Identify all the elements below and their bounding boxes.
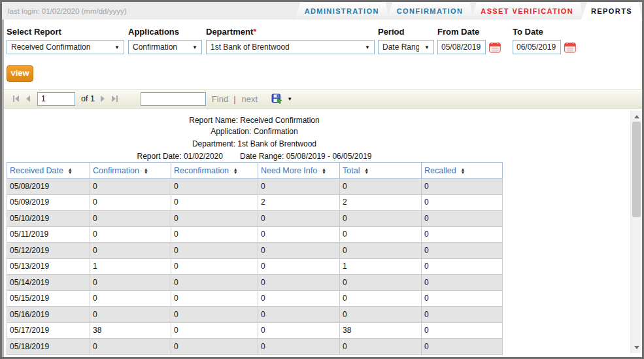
column-header-recalled[interactable]: Recalled▲▼ <box>422 163 503 179</box>
left-accent-strip <box>2 20 4 357</box>
table-cell: 0 <box>340 275 422 291</box>
department-label: Department* <box>206 27 375 37</box>
from-date-input[interactable] <box>437 40 486 54</box>
column-header-need-more-info[interactable]: Need More Info▲▼ <box>258 163 340 179</box>
column-header-received-date[interactable]: Received Date▲▼ <box>7 163 90 179</box>
period-dropdown[interactable]: Date Range ▼ <box>378 40 434 54</box>
table-cell: 0 <box>340 211 422 227</box>
table-cell: 0 <box>258 211 340 227</box>
table-cell: 0 <box>258 290 340 307</box>
table-cell: 0 <box>90 307 171 323</box>
applications-group: Applications Confirmation ▼ <box>128 27 202 54</box>
table-row: 05/10/201900000 <box>7 211 503 227</box>
tab-reports[interactable]: REPORTS <box>581 2 642 20</box>
report-viewport: Report Name: Received Confirmation Appli… <box>4 109 630 357</box>
table-row: 05/14/201900000 <box>7 275 503 291</box>
table-row: 05/18/201900000 <box>7 339 503 355</box>
table-cell: 2 <box>340 194 422 211</box>
applications-label: Applications <box>128 27 202 37</box>
report-table-body: 05/08/20190000005/09/20190022005/10/2019… <box>7 179 503 355</box>
tab-confirmation[interactable]: CONFIRMATION <box>387 2 473 20</box>
table-cell: 0 <box>171 194 258 211</box>
table-cell: 0 <box>90 226 171 243</box>
table-cell: 05/15/2019 <box>7 290 90 307</box>
vertical-scrollbar[interactable] <box>630 111 641 353</box>
report-date-text: Report Date: 01/02/2020 <box>137 152 223 161</box>
table-cell: 0 <box>90 275 171 291</box>
table-cell: 0 <box>258 243 340 259</box>
from-date-label: From Date <box>437 27 501 37</box>
column-header-confirmation[interactable]: Confirmation▲▼ <box>90 163 171 179</box>
table-cell: 0 <box>171 290 258 307</box>
sort-icon: ▲▼ <box>233 167 237 174</box>
dropdown-arrow-icon: ▼ <box>114 44 120 50</box>
table-cell: 0 <box>258 307 340 323</box>
find-link[interactable]: Find <box>212 94 228 104</box>
report-date-line: Report Date: 01/02/2020Date Range: 05/08… <box>7 150 502 163</box>
select-report-value: Received Confirmation <box>11 43 109 52</box>
find-text-input[interactable] <box>141 92 206 106</box>
tab-administration[interactable]: ADMINISTRATION <box>295 2 389 20</box>
column-header-reconfirmation[interactable]: Reconfirmation▲▼ <box>171 163 258 179</box>
table-cell: 05/11/2019 <box>7 226 90 243</box>
period-group: Period Date Range ▼ <box>378 27 434 54</box>
period-value: Date Range <box>382 43 419 52</box>
table-cell: 05/17/2019 <box>7 322 90 339</box>
table-cell: 38 <box>340 322 422 339</box>
to-date-calendar-icon[interactable] <box>564 42 576 53</box>
page-number-input[interactable] <box>37 92 75 106</box>
find-next-link[interactable]: next <box>242 94 258 104</box>
table-cell: 0 <box>171 322 258 339</box>
table-cell: 0 <box>258 322 340 339</box>
table-cell: 0 <box>340 179 422 195</box>
find-next-separator: | <box>233 94 235 104</box>
last-page-icon <box>112 95 116 102</box>
table-cell: 0 <box>340 226 422 243</box>
first-page-button[interactable] <box>13 95 19 102</box>
from-date-calendar-icon[interactable] <box>489 42 501 53</box>
select-report-group: Select Report Received Confirmation ▼ <box>7 27 124 54</box>
select-report-dropdown[interactable]: Received Confirmation ▼ <box>7 40 124 54</box>
previous-page-button[interactable] <box>26 95 30 102</box>
export-button[interactable]: ▼ <box>271 94 292 105</box>
last-page-button[interactable] <box>112 95 118 102</box>
applications-dropdown[interactable]: Confirmation ▼ <box>128 40 202 54</box>
table-cell: 0 <box>258 179 340 195</box>
table-cell: 0 <box>90 179 171 195</box>
table-row: 05/09/201900220 <box>7 194 503 211</box>
first-page-icon <box>13 95 14 102</box>
page-count-label: of 1 <box>81 94 95 103</box>
department-dropdown[interactable]: 1st Bank of Brentwood ▼ <box>206 40 375 54</box>
table-cell: 05/10/2019 <box>7 211 90 227</box>
column-header-total[interactable]: Total▲▼ <box>340 163 422 179</box>
to-date-label: To Date <box>513 27 576 37</box>
period-label: Period <box>378 27 434 37</box>
report-application-line: Application: Confirmation <box>7 126 502 138</box>
table-cell: 0 <box>340 243 422 259</box>
table-header-row: Received Date▲▼ Confirmation▲▼ Reconfirm… <box>7 163 503 179</box>
view-button[interactable]: view <box>7 65 33 82</box>
department-value: 1st Bank of Brentwood <box>211 43 360 52</box>
table-cell: 05/12/2019 <box>7 243 90 259</box>
scroll-up-button[interactable] <box>631 111 642 122</box>
table-row: 05/16/201900000 <box>7 307 503 323</box>
table-row: 05/15/201900000 <box>7 290 503 307</box>
table-cell: 0 <box>422 290 503 307</box>
table-cell: 1 <box>90 258 171 275</box>
dropdown-arrow-icon: ▼ <box>424 44 430 50</box>
to-date-group: To Date <box>513 27 576 54</box>
tab-asset-verification[interactable]: ASSET VERIFICATION <box>471 2 583 20</box>
table-cell: 0 <box>90 211 171 227</box>
scrollbar-thumb[interactable] <box>632 122 641 217</box>
scroll-down-icon <box>634 346 639 349</box>
table-cell: 0 <box>171 179 258 195</box>
app-window: last login: 01/02/2020 (mm/dd/yyyy) ADMI… <box>0 0 644 359</box>
table-cell: 05/14/2019 <box>7 275 90 291</box>
table-cell: 0 <box>171 275 258 291</box>
report-department-line: Department: 1st Bank of Brentwood <box>7 138 502 150</box>
to-date-input[interactable] <box>513 40 561 54</box>
next-page-button[interactable] <box>101 95 105 102</box>
table-cell: 0 <box>340 339 422 355</box>
scroll-down-button[interactable] <box>631 342 642 352</box>
table-cell: 0 <box>422 243 503 259</box>
